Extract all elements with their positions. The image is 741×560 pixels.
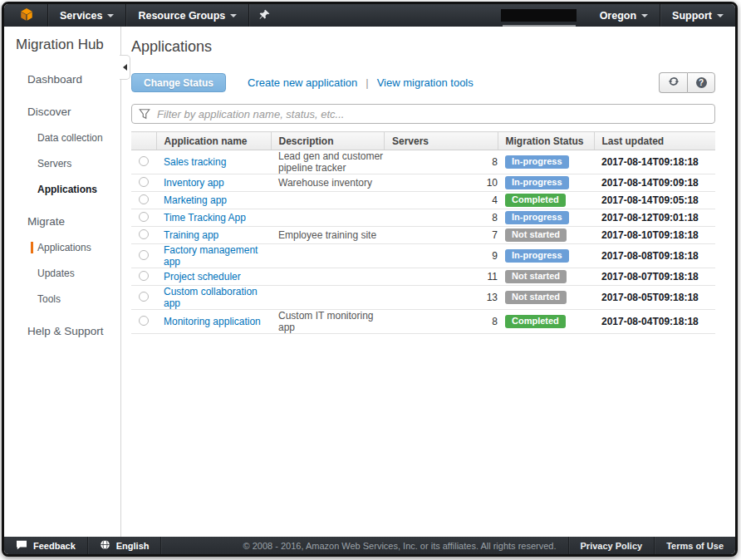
create-new-application-link[interactable]: Create new application bbox=[248, 76, 357, 89]
sidebar-item-dashboard[interactable]: Dashboard bbox=[27, 73, 120, 86]
table-row[interactable]: Sales tracking Lead gen and customer pip… bbox=[131, 150, 715, 174]
table-row[interactable]: Time Tracking App 8 In-progress 2017-08-… bbox=[131, 209, 715, 227]
sidebar-collapse-toggle[interactable] bbox=[120, 55, 130, 80]
last-updated-timestamp: 2017-08-05T09:18:18 bbox=[594, 286, 715, 310]
column-header-migration-status[interactable]: Migration Status bbox=[498, 132, 594, 150]
view-migration-tools-link[interactable]: View migration tools bbox=[377, 76, 474, 89]
feedback-button[interactable]: Feedback bbox=[4, 537, 87, 554]
redacted-account-name bbox=[501, 9, 577, 22]
row-radio-button[interactable] bbox=[139, 156, 149, 166]
sidebar-item-data-collection[interactable]: Data collection bbox=[37, 132, 120, 144]
copyright-text: © 2008 - 2016, Amazon Web Services, Inc.… bbox=[243, 541, 568, 551]
table-row[interactable]: Custom collaboration app 13 Not started … bbox=[131, 286, 715, 310]
terms-of-use-link[interactable]: Terms of Use bbox=[655, 537, 735, 554]
row-radio-button[interactable] bbox=[139, 194, 149, 204]
support-menu[interactable]: Support bbox=[660, 4, 735, 27]
table-row[interactable]: Training app Employee training site 7 No… bbox=[131, 227, 715, 244]
table-row[interactable]: Marketing app 4 Completed 2017-08-14T09:… bbox=[131, 192, 715, 209]
last-updated-timestamp: 2017-08-08T09:18:18 bbox=[594, 244, 715, 268]
last-updated-timestamp: 2017-08-04T09:18:18 bbox=[594, 310, 715, 334]
chevron-down-icon bbox=[641, 14, 648, 17]
region-menu[interactable]: Oregon bbox=[588, 4, 660, 27]
sidebar-item-discover[interactable]: Discover bbox=[27, 106, 120, 118]
migration-status-badge: Not started bbox=[505, 291, 567, 304]
application-name-link[interactable]: Inventory app bbox=[164, 177, 224, 189]
sidebar-item-updates[interactable]: Updates bbox=[37, 268, 120, 279]
server-count: 4 bbox=[385, 192, 498, 209]
application-description: Lead gen and customer pipeline tracker bbox=[271, 150, 385, 174]
migration-status-badge: In-progress bbox=[505, 176, 569, 189]
server-count: 11 bbox=[385, 268, 498, 286]
pin-shortcut-button[interactable] bbox=[249, 4, 280, 27]
privacy-policy-link[interactable]: Privacy Policy bbox=[569, 537, 655, 554]
sidebar-item-migrate-applications[interactable]: Applications bbox=[31, 242, 120, 253]
migration-status-badge: Completed bbox=[505, 315, 566, 328]
application-description bbox=[271, 209, 385, 227]
migration-status-badge: Not started bbox=[505, 270, 567, 283]
last-updated-timestamp: 2017-08-14T09:09:18 bbox=[594, 174, 715, 192]
table-row[interactable]: Factory management app 9 In-progress 201… bbox=[131, 244, 715, 268]
speech-bubble-icon bbox=[16, 540, 27, 552]
sidebar-item-discover-applications[interactable]: Applications bbox=[37, 184, 120, 195]
filter-input[interactable] bbox=[131, 104, 715, 124]
table-row[interactable]: Project scheduler 11 Not started 2017-08… bbox=[131, 268, 715, 286]
application-description: Employee training site bbox=[271, 227, 385, 244]
application-name-link[interactable]: Monitoring application bbox=[164, 316, 261, 327]
link-separator: | bbox=[366, 76, 368, 89]
help-button[interactable]: ? bbox=[687, 72, 715, 93]
sidebar-title-migration-hub[interactable]: Migration Hub bbox=[4, 37, 120, 53]
application-description: Warehouse inventory bbox=[271, 174, 385, 192]
column-header-description[interactable]: Description bbox=[271, 132, 385, 150]
last-updated-timestamp: 2017-08-12T09:01:18 bbox=[594, 209, 715, 227]
main-content: Applications Change Status Create new ap… bbox=[121, 27, 735, 537]
column-header-application-name[interactable]: Application name bbox=[156, 132, 271, 150]
application-name-link[interactable]: Custom collaboration app bbox=[164, 286, 258, 309]
column-header-servers[interactable]: Servers bbox=[385, 132, 498, 150]
table-row[interactable]: Inventory app Warehouse inventory 10 In-… bbox=[131, 174, 715, 192]
aws-logo[interactable] bbox=[4, 7, 47, 25]
last-updated-timestamp: 2017-08-10T09:18:18 bbox=[594, 227, 715, 244]
sidebar-divider bbox=[120, 27, 121, 537]
resource-groups-menu[interactable]: Resource Groups bbox=[126, 4, 248, 27]
migration-status-badge: Not started bbox=[505, 228, 567, 242]
table-header-row: Application name Description Servers Mig… bbox=[131, 132, 715, 150]
sidebar: Migration Hub DashboardDiscoverData coll… bbox=[4, 27, 120, 537]
application-description bbox=[271, 286, 385, 310]
filter-funnel-icon bbox=[139, 108, 150, 123]
language-button[interactable]: English bbox=[88, 537, 161, 554]
support-menu-label: Support bbox=[672, 10, 712, 22]
sidebar-item-help-support[interactable]: Help & Support bbox=[27, 325, 120, 337]
row-radio-button[interactable] bbox=[139, 229, 149, 239]
last-updated-timestamp: 2017-08-07T09:18:18 bbox=[594, 268, 715, 286]
sidebar-item-servers[interactable]: Servers bbox=[37, 158, 120, 169]
sidebar-item-tools[interactable]: Tools bbox=[37, 293, 120, 305]
column-header-last-updated[interactable]: Last updated bbox=[594, 132, 715, 150]
chevron-down-icon bbox=[230, 14, 237, 17]
application-name-link[interactable]: Marketing app bbox=[164, 194, 227, 206]
row-radio-button[interactable] bbox=[139, 212, 149, 222]
row-radio-button[interactable] bbox=[139, 177, 149, 187]
change-status-button[interactable]: Change Status bbox=[131, 73, 226, 92]
application-name-link[interactable]: Sales tracking bbox=[164, 156, 226, 168]
table-row[interactable]: Monitoring application Custom IT monitor… bbox=[131, 310, 715, 334]
globe-icon bbox=[100, 539, 110, 552]
last-updated-timestamp: 2017-08-14T09:05:18 bbox=[594, 192, 715, 209]
row-radio-button[interactable] bbox=[139, 292, 149, 302]
application-name-link[interactable]: Factory management app bbox=[164, 244, 258, 268]
refresh-icon bbox=[668, 76, 680, 91]
application-description bbox=[271, 192, 385, 209]
chevron-down-icon bbox=[717, 14, 724, 17]
sidebar-item-migrate[interactable]: Migrate bbox=[27, 215, 120, 228]
row-radio-button[interactable] bbox=[139, 250, 149, 260]
page-title: Applications bbox=[131, 38, 715, 56]
row-radio-button[interactable] bbox=[139, 271, 149, 281]
application-name-link[interactable]: Time Tracking App bbox=[164, 212, 246, 224]
application-name-link[interactable]: Project scheduler bbox=[164, 271, 241, 282]
aws-cube-icon bbox=[19, 7, 34, 25]
services-menu[interactable]: Services bbox=[48, 4, 125, 27]
refresh-button[interactable] bbox=[659, 72, 687, 93]
browser-window: Services Resource Groups Oregon Suppo bbox=[2, 2, 738, 557]
application-name-link[interactable]: Training app bbox=[164, 229, 218, 241]
feedback-label: Feedback bbox=[33, 541, 76, 551]
row-radio-button[interactable] bbox=[139, 316, 149, 326]
